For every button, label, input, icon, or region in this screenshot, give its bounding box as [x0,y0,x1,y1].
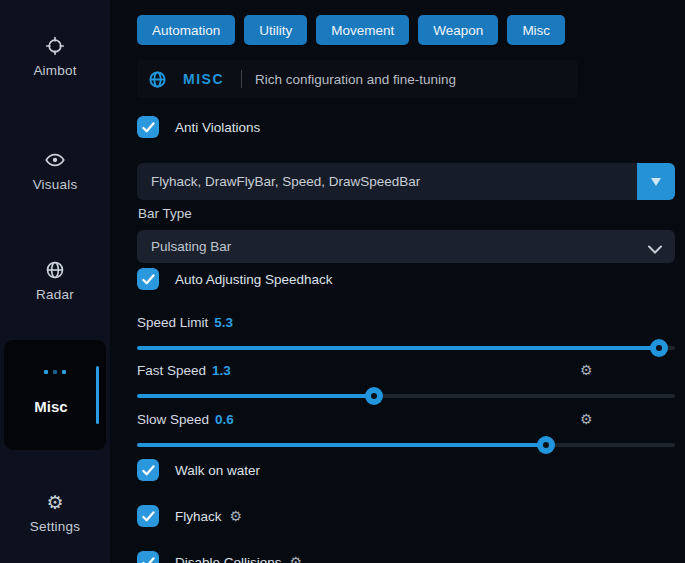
slider-thumb[interactable] [537,436,555,454]
disable-collisions-label: Disable Collisions [175,555,282,563]
slider-thumb[interactable] [365,387,383,405]
auto-adjusting-label: Auto Adjusting Speedhack [175,272,333,287]
dropdown-button[interactable] [637,163,675,200]
checkbox-checked-icon[interactable] [137,505,159,527]
sidebar: Aimbot Visuals Radar Misc ⚙ Settings [0,0,110,563]
auto-adjusting-toggle[interactable]: Auto Adjusting Speedhack [137,268,333,290]
bar-type-value: Pulsating Bar [151,239,231,254]
bars-multiselect[interactable]: Flyhack, DrawFlyBar, Speed, DrawSpeedBar [137,163,675,200]
checkbox-checked-icon[interactable] [137,268,159,290]
fast-speed-gear-icon[interactable]: ⚙ [580,363,593,377]
main-panel: Automation Utility Movement Weapon Misc … [110,0,685,563]
sidebar-item-settings[interactable]: ⚙ Settings [0,492,110,534]
speed-limit-label: Speed Limit5.3 [137,315,233,330]
flyhack-gear-icon[interactable]: ⚙ [230,509,243,523]
slow-speed-value: 0.6 [215,412,234,427]
flyhack-toggle[interactable]: Flyhack ⚙ [137,505,242,527]
speed-limit-value: 5.3 [214,315,233,330]
tab-movement[interactable]: Movement [316,15,409,45]
eye-icon [45,150,65,170]
slider-fill [137,394,374,398]
sidebar-item-label: Settings [30,519,80,534]
globe-icon [45,260,65,280]
sidebar-item-radar[interactable]: Radar [0,260,110,302]
flyhack-label: Flyhack [175,509,222,524]
sidebar-item-visuals[interactable]: Visuals [0,150,110,192]
globe-icon [148,70,167,89]
gear-icon: ⚙ [45,492,65,512]
tab-utility[interactable]: Utility [244,15,307,45]
fast-speed-slider[interactable] [137,387,675,405]
speed-limit-slider[interactable] [137,339,675,357]
section-header: MISC Rich configuration and fine-tuning [137,60,578,98]
anti-violations-label: Anti Violations [175,120,260,135]
tab-weapon[interactable]: Weapon [418,15,498,45]
slow-speed-label: Slow Speed0.6 [137,412,234,427]
checkbox-checked-icon[interactable] [137,551,159,563]
tab-automation[interactable]: Automation [137,15,235,45]
checkbox-checked-icon[interactable] [137,116,159,138]
fast-speed-label: Fast Speed1.3 [137,363,231,378]
section-subtitle: Rich configuration and fine-tuning [255,72,456,87]
slow-speed-slider[interactable] [137,436,675,454]
disable-collisions-toggle[interactable]: Disable Collisions ⚙ [137,551,302,563]
sidebar-item-misc[interactable]: Misc [4,340,106,450]
crosshair-icon [45,36,65,56]
fast-speed-value: 1.3 [212,363,231,378]
sidebar-item-label: Visuals [33,177,78,192]
category-tabs: Automation Utility Movement Weapon Misc [137,15,565,45]
sidebar-item-aimbot[interactable]: Aimbot [0,36,110,78]
divider [241,70,242,88]
bar-type-label: Bar Type [138,206,192,221]
sidebar-item-label: Misc [4,398,98,415]
sidebar-item-label: Radar [36,287,74,302]
sidebar-item-label: Aimbot [33,63,76,78]
ellipsis-icon [4,370,106,374]
bars-multiselect-value: Flyhack, DrawFlyBar, Speed, DrawSpeedBar [151,174,420,189]
section-title: MISC [183,71,224,87]
checkbox-checked-icon[interactable] [137,459,159,481]
slider-fill [137,443,546,447]
triangle-down-icon [650,177,662,187]
chevron-down-icon [648,242,662,251]
slow-speed-gear-icon[interactable]: ⚙ [580,412,593,426]
anti-violations-toggle[interactable]: Anti Violations [137,116,260,138]
walk-on-water-label: Walk on water [175,463,260,478]
slider-thumb[interactable] [650,339,668,357]
selected-indicator [96,366,99,424]
bar-type-select[interactable]: Pulsating Bar [137,230,675,263]
slider-fill [137,346,659,350]
disable-collisions-gear-icon[interactable]: ⚙ [290,555,303,563]
walk-on-water-toggle[interactable]: Walk on water [137,459,260,481]
tab-misc[interactable]: Misc [507,15,565,45]
